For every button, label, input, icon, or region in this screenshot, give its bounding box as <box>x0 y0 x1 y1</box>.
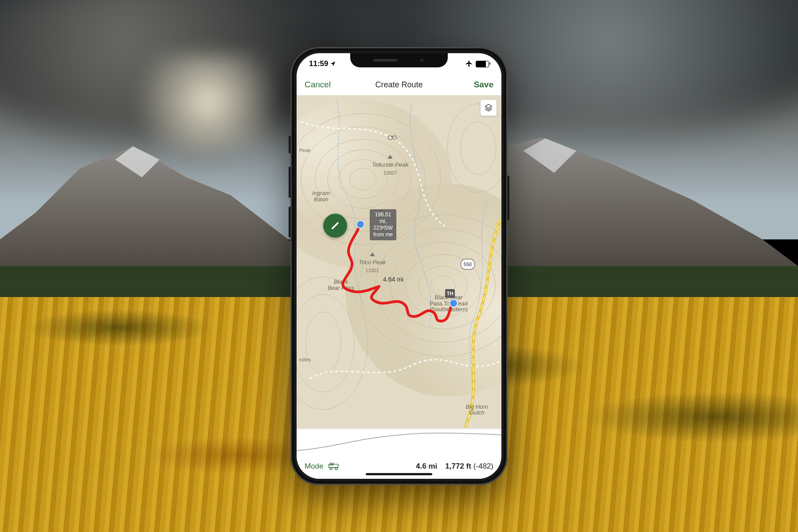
highway-shield: 550 <box>461 259 475 270</box>
label-ingram-basin: Ingram Basin <box>312 190 330 202</box>
telluride-peak: Telluride Peak 13507 <box>372 153 408 176</box>
label-big-horn: Big Horn Gulch <box>466 404 488 416</box>
airplane-mode-icon <box>465 60 473 68</box>
map-canvas[interactable]: Ingram Basin Telluride Peak 13507 Trico … <box>297 95 501 429</box>
label-needles: edles <box>299 357 311 363</box>
nav-bar: Cancel Create Route Save <box>297 74 501 95</box>
home-indicator[interactable] <box>366 473 432 475</box>
peak-icon <box>370 252 375 256</box>
phone-frame: 11:59 Cancel Create Route Save <box>290 47 508 485</box>
label-peak: Peak <box>299 148 310 153</box>
distance-bearing-tooltip: 196.51 mi, 223ºSW from me <box>370 209 396 240</box>
status-time: 11:59 <box>309 59 328 68</box>
stat-distance: 4.6 mi <box>416 462 437 471</box>
location-services-icon <box>330 61 336 67</box>
jeep-icon <box>328 462 340 470</box>
battery-icon <box>476 61 489 67</box>
route-start-dot[interactable] <box>356 220 365 229</box>
phone-screen: 11:59 Cancel Create Route Save <box>297 53 501 479</box>
pencil-icon <box>330 221 340 231</box>
trico-peak: Trico Peak 13301 <box>359 250 386 274</box>
edit-route-button[interactable] <box>323 214 347 238</box>
route-distance-label: 4.64 mi <box>383 276 403 283</box>
trailhead-icon: TH <box>445 289 455 298</box>
elevation-profile[interactable] <box>297 429 501 454</box>
cancel-button[interactable]: Cancel <box>305 80 331 90</box>
layers-icon <box>484 103 493 112</box>
mode-button[interactable]: Mode <box>305 462 324 471</box>
label-trico-peak: Trico Peak <box>359 259 386 266</box>
binoculars-icon <box>387 134 397 140</box>
peak-icon <box>387 155 393 159</box>
save-button[interactable]: Save <box>474 80 493 90</box>
route-stats: 4.6 mi 1,772 ft (-482) <box>416 462 493 471</box>
label-trico-elev: 13301 <box>365 268 379 273</box>
label-telluride-elev: 13507 <box>383 170 397 176</box>
route-end-dot[interactable] <box>449 299 458 308</box>
notch <box>350 53 448 67</box>
label-telluride-peak: Telluride Peak <box>372 161 408 168</box>
map-layers-button[interactable] <box>480 99 497 116</box>
label-black-bear-pass: Black Bear Pass <box>328 279 354 291</box>
stat-elevation: 1,772 ft (-482) <box>445 462 493 471</box>
